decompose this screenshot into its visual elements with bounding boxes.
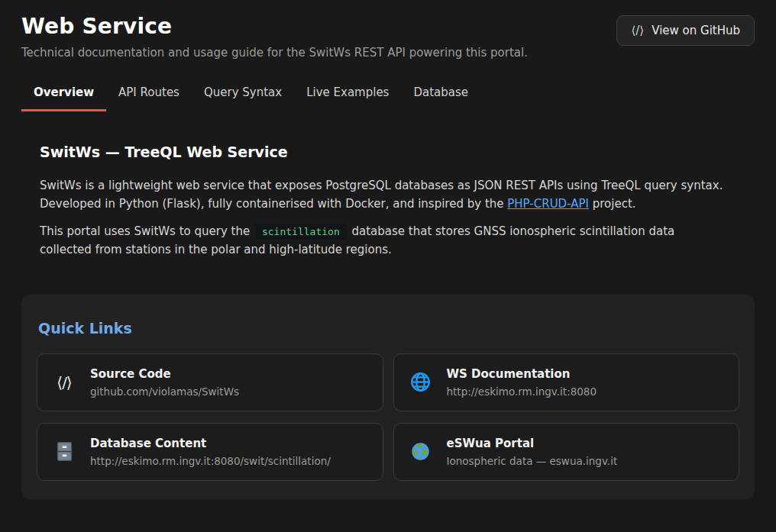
tab-api-routes[interactable]: API Routes <box>106 78 192 111</box>
card-title: WS Documentation <box>447 367 597 381</box>
quick-links-panel: Quick Links ⟨/⟩ Source Code github.com/v… <box>21 295 755 499</box>
card-text-block: eSWua Portal Ionospheric data — eswua.in… <box>447 437 618 467</box>
card-title: Source Code <box>90 367 239 381</box>
card-title: eSWua Portal <box>447 437 618 450</box>
card-text-block: Source Code github.com/violamas/SwitWs <box>90 367 239 398</box>
tab-live-examples[interactable]: Live Examples <box>294 78 401 111</box>
paragraph-text: project. <box>589 197 636 211</box>
page-title: Web Service <box>21 14 528 39</box>
card-title: Database Content <box>90 437 331 450</box>
card-text-block: Database Content http://eskimo.rm.ingv.i… <box>90 437 331 467</box>
earth-globe-icon <box>409 441 432 462</box>
code-icon: ⟨/⟩ <box>631 24 644 37</box>
intro-paragraph: SwitWs is a lightweight web service that… <box>40 177 729 213</box>
section-heading: SwitWs — TreeQL Web Service <box>40 143 729 160</box>
file-cabinet-icon <box>53 441 76 462</box>
overview-section: SwitWs — TreeQL Web Service SwitWs is a … <box>40 143 729 260</box>
quick-links-grid: ⟨/⟩ Source Code github.com/violamas/Swit… <box>37 353 739 481</box>
github-button-label: View on GitHub <box>652 24 740 37</box>
tab-overview[interactable]: Overview <box>21 78 106 111</box>
tab-query-syntax[interactable]: Query Syntax <box>192 78 294 111</box>
card-subtitle: Ionospheric data — eswua.ingv.it <box>447 455 618 467</box>
card-subtitle: http://eskimo.rm.ingv.it:8080/swit/scint… <box>90 455 331 467</box>
code-icon: ⟨/⟩ <box>53 373 76 392</box>
quick-links-heading: Quick Links <box>38 320 739 337</box>
web-service-page: Web Service Technical documentation and … <box>0 0 776 499</box>
card-subtitle: http://eskimo.rm.ingv.it:8080 <box>447 385 597 398</box>
tab-database[interactable]: Database <box>401 78 480 111</box>
quick-link-ws-documentation[interactable]: WS Documentation http://eskimo.rm.ingv.i… <box>393 353 740 411</box>
quick-link-source-code[interactable]: ⟨/⟩ Source Code github.com/violamas/Swit… <box>37 353 383 411</box>
php-crud-api-link[interactable]: PHP-CRUD-API <box>507 197 589 211</box>
view-on-github-button[interactable]: ⟨/⟩ View on GitHub <box>616 15 755 46</box>
page-subtitle: Technical documentation and usage guide … <box>21 46 528 60</box>
quick-link-eswua-portal[interactable]: eSWua Portal Ionospheric data — eswua.in… <box>393 423 740 481</box>
scintillation-code-chip: scintillation <box>255 224 347 240</box>
quick-link-database-content[interactable]: Database Content http://eskimo.rm.ingv.i… <box>37 423 383 481</box>
page-header: Web Service Technical documentation and … <box>21 0 755 60</box>
card-subtitle: github.com/violamas/SwitWs <box>90 385 239 398</box>
tab-bar: Overview API Routes Query Syntax Live Ex… <box>21 78 755 111</box>
paragraph-text: This portal uses SwitWs to query the <box>40 224 254 238</box>
card-text-block: WS Documentation http://eskimo.rm.ingv.i… <box>447 367 597 398</box>
portal-paragraph: This portal uses SwitWs to query the sci… <box>40 223 729 259</box>
globe-wireframe-icon <box>409 372 432 392</box>
header-text-block: Web Service Technical documentation and … <box>21 14 528 60</box>
